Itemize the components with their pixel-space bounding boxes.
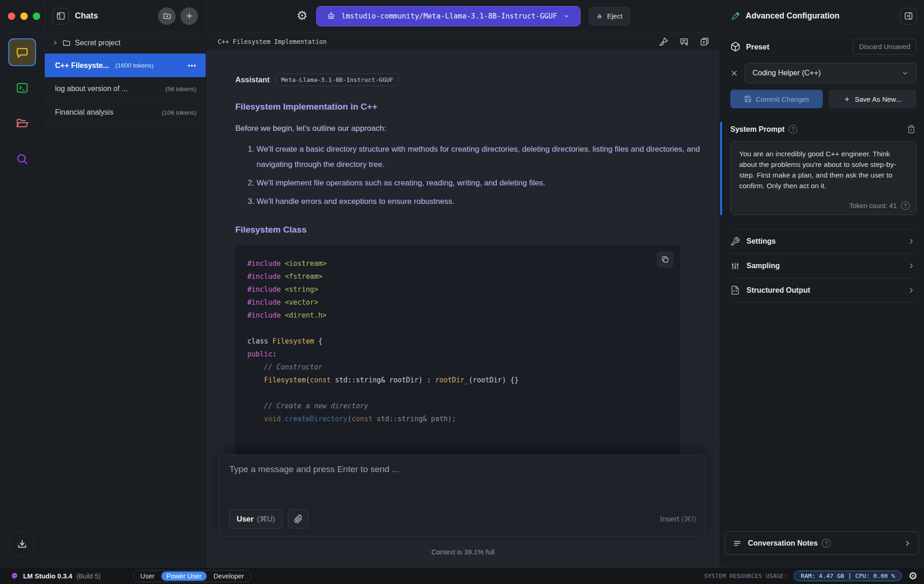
code-line [247,322,680,335]
right-panel-toggle-button[interactable] [900,8,917,25]
message-input[interactable]: Type a message and press Enter to send .… [229,464,696,474]
code-line: class Filesystem { [247,335,680,348]
model-settings-gear-icon[interactable]: ⚙ [296,10,307,22]
new-chat-button[interactable] [180,7,198,25]
chevron-down-icon [901,69,909,77]
chat-list-item[interactable]: Financial analysis(106 tokens) [45,101,206,124]
model-name: lmstudio-community/Meta-Llama-3.1-8B-Ins… [342,12,557,20]
insert-button[interactable]: Insert (⌘I) [660,515,696,523]
sliders-icon [730,261,740,271]
token-count: Token count: 41 [850,202,897,209]
open-folder-icon [15,117,29,130]
save-as-new-label: Save As New... [855,95,901,103]
plus-icon [844,96,851,103]
trash-icon[interactable] [907,125,916,134]
markdown-ordered-list: We'll create a basic directory structure… [235,141,720,209]
insert-shortcut: (⌘I) [681,515,696,523]
resource-usage-pill[interactable]: RAM: 4.47 GB | CPU: 0.00 % [794,571,902,581]
clear-conversation-icon[interactable] [679,37,689,47]
panel-section-structured-output[interactable]: Structured Output [730,278,917,302]
lmstudio-logo [10,572,19,580]
folder-icon [62,39,71,47]
code-line: #include <dirent.h> [247,309,680,322]
new-folder-button[interactable] [158,7,176,25]
mode-developer[interactable]: Developer [208,572,249,581]
rail-chats-tab[interactable] [8,38,36,66]
help-icon[interactable]: ? [901,201,910,210]
paperclip-icon [294,515,303,523]
help-icon: ? [822,539,831,547]
chat-main: C++ Filesystem Implementation [206,32,720,567]
clear-preset-button[interactable] [730,69,738,77]
loaded-model-selector[interactable]: lmstudio-community/Meta-Llama-3.1-8B-Ins… [316,6,581,26]
conversation-notes-button[interactable]: Conversation Notes ? [725,531,919,555]
top-bar-center: ⚙ lmstudio-community/Meta-Llama-3.1-8B-I… [206,0,720,32]
eject-icon [596,13,603,19]
mode-power-user[interactable]: Power User [161,572,207,581]
context-usage-status: Context is 39.1% full [206,548,720,556]
panel-section-sampling[interactable]: Sampling [730,253,917,278]
attach-file-button[interactable] [288,509,308,529]
markdown-heading: Filesystem Implementation in C++ [235,102,720,112]
download-icon [16,538,28,550]
chat-title: C++ Filesystem Implementation [218,38,327,45]
code-line: public: [247,348,680,361]
markdown-list-item: We'll implement file operations such as … [257,175,720,191]
sidebar-folder-secret-project[interactable]: Secret project [45,32,206,54]
chevron-right-icon [907,287,915,294]
sidebar-toggle-icon [56,11,66,21]
commit-changes-button[interactable]: Commit Changes [730,90,823,108]
downloads-button[interactable] [9,531,35,557]
system-prompt-section: System Prompt ? You are an incredibly go… [720,122,917,215]
rail-developer-tab[interactable] [8,74,36,102]
chat-list-item[interactable]: C++ Filesyste...(1600 tokens)••• [45,54,206,77]
markdown-list-item: We'll handle errors and exceptions to en… [257,194,720,209]
system-prompt-editor[interactable]: You are an incredibly good C++ engineer.… [730,141,917,215]
rail-discover-tab[interactable] [8,145,36,173]
preset-selected-value: Coding Helper (C++) [753,69,821,77]
top-bar: Chats [0,0,924,32]
assistant-role-label: Assistant [235,75,269,84]
search-icon [15,152,29,166]
sidebar-toggle-button[interactable] [52,8,69,25]
discard-unsaved-button[interactable]: Discard Unsaved [853,39,917,55]
chevron-right-icon [904,540,911,547]
zoom-window-button[interactable] [33,12,40,20]
copy-icon [661,255,669,264]
message-composer: Type a message and press Enter to send .… [219,455,706,536]
assistant-message-header: Assistant Meta-Llama-3.1-8B-Instruct-GGU… [235,74,720,86]
settings-gear-icon[interactable]: ⚙ [908,571,918,581]
code-line: // Constructor [247,361,680,374]
duplicate-chat-icon[interactable] [699,37,710,47]
minimize-window-button[interactable] [20,12,28,20]
top-bar-right: Advanced Configuration [720,0,924,32]
eject-model-button[interactable]: Eject [589,7,630,25]
role-selector-button[interactable]: User (⌘U) [229,509,282,529]
chat-list-item[interactable]: log about version of ...(56 tokens) [45,77,206,101]
code-line: Filesystem(const std::string& rootDir) :… [247,374,680,387]
chat-item-menu-icon[interactable]: ••• [188,61,196,69]
eject-label: Eject [607,12,622,20]
chevron-right-icon [907,262,915,270]
left-icon-rail [0,32,45,567]
mode-user[interactable]: User [135,572,159,581]
save-icon [744,95,752,103]
panel-sections: SettingsSamplingStructured Output [730,229,917,302]
top-bar-left: Chats [0,0,206,32]
system-prompt-text: You are an incredibly good C++ engineer.… [739,148,908,191]
help-icon[interactable]: ? [789,125,797,134]
chat-item-title: C++ Filesyste... [55,61,109,70]
plus-icon [185,12,194,20]
code-line [247,387,680,400]
panel-section-settings[interactable]: Settings [730,229,917,253]
preset-dropdown[interactable]: Coding Helper (C++) [745,63,917,83]
notes-icon [733,539,742,548]
save-as-new-button[interactable]: Save As New... [828,90,917,108]
chat-bubble-icon [15,45,29,59]
panel-section-label: Sampling [747,262,780,270]
close-window-button[interactable] [8,12,15,20]
copy-code-button[interactable] [657,251,673,268]
rail-my-models-tab[interactable] [8,110,36,137]
chat-actions [158,7,198,25]
tidy-brush-icon[interactable] [659,37,669,47]
